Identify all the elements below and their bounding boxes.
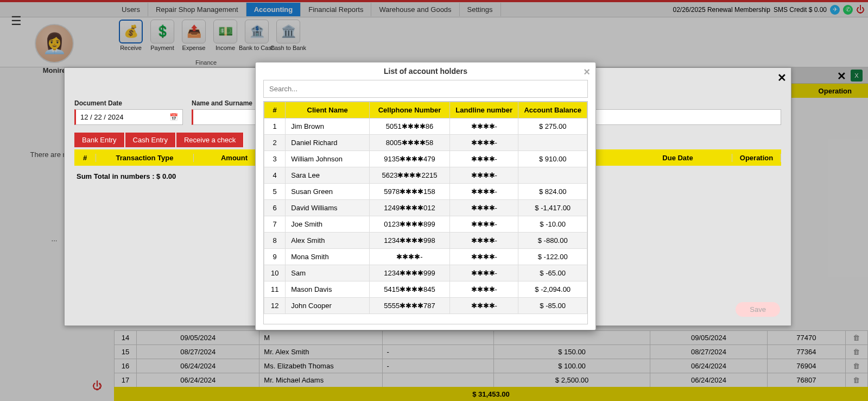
account-row[interactable]: 12John Cooper5555✱✱✱✱787✱✱✱✱-$ -85.00: [264, 298, 587, 314]
tool-expense[interactable]: 📤Expense: [178, 20, 210, 51]
account-holders-table: # Client Name Cellphone Number Landline …: [264, 102, 587, 314]
whatsapp-icon[interactable]: ✆: [843, 5, 853, 15]
cash to bank-icon: 🏛️: [276, 20, 300, 43]
bank to cash-icon: 🏦: [245, 20, 269, 43]
trash-icon[interactable]: 🗑: [853, 348, 860, 356]
power-icon[interactable]: ⏻: [92, 380, 102, 392]
doc-date-label: Document Date: [74, 99, 183, 107]
nav-tab-repair-shop-management[interactable]: Repair Shop Management: [148, 3, 246, 16]
col-name: Client Name: [286, 102, 370, 118]
username: Monire: [43, 66, 66, 74]
col-num: #: [264, 102, 286, 118]
excel-export-icon[interactable]: X: [851, 70, 863, 82]
account-row[interactable]: 8Alex Smith1234✱✱✱✱998✱✱✱✱-$ -880.00: [264, 233, 587, 249]
bg-row[interactable]: 1706/24/2024Mr. Michael Adams$ 2,500.000…: [115, 373, 868, 387]
receive-icon: 💰: [119, 20, 143, 43]
trash-icon[interactable]: 🗑: [853, 334, 860, 342]
account-row[interactable]: 11Mason Davis5415✱✱✱✱845✱✱✱✱-$ -2,094.00: [264, 281, 587, 298]
trash-icon[interactable]: 🗑: [853, 362, 860, 370]
col-land: Landline number: [450, 102, 518, 118]
entry-close-icon[interactable]: ✕: [777, 71, 787, 84]
toolbar-group-label: Finance: [195, 59, 217, 66]
account-row[interactable]: 5Susan Green5978✱✱✱✱158✱✱✱✱-$ 824.00: [264, 184, 587, 200]
payment-icon: 💲: [150, 20, 174, 43]
tool-payment[interactable]: 💲Payment: [147, 20, 178, 51]
account-row[interactable]: 4Sara Lee5623✱✱✱✱2215✱✱✱✱-: [264, 167, 587, 184]
account-row[interactable]: 10Sam1234✱✱✱✱999✱✱✱✱-$ -65.00: [264, 265, 587, 281]
search-input[interactable]: [263, 80, 588, 98]
account-row[interactable]: 3William Johnson9135✱✱✱✱479✱✱✱✱-$ 910.00: [264, 151, 587, 167]
expense-icon: 📤: [182, 20, 206, 43]
bg-operation-header: Operation: [819, 87, 852, 95]
nav-tab-accounting[interactable]: Accounting: [246, 3, 301, 16]
sms-credit: SMS Credit $ 0.00: [774, 6, 827, 14]
left-message2: ...: [46, 235, 63, 243]
cash-entry-button[interactable]: Cash Entry: [125, 133, 176, 147]
tool-receive[interactable]: 💰Receive: [115, 20, 147, 51]
nav-tab-users[interactable]: Users: [114, 3, 148, 16]
main-nav: UsersRepair Shop ManagementAccountingFin…: [0, 2, 868, 17]
income-icon: 💵: [213, 20, 237, 43]
nav-tab-warehouse-and-goods[interactable]: Warehouse and Goods: [371, 3, 459, 16]
tool-income[interactable]: 💵Income: [210, 20, 241, 51]
calendar-icon[interactable]: 📅: [169, 113, 178, 121]
receive-a-check-button[interactable]: Receive a check: [176, 133, 244, 147]
nav-tab-financial-reports[interactable]: Financial Reports: [301, 3, 371, 16]
col-cell: Cellphone Number: [370, 102, 450, 118]
bank-entry-button[interactable]: Bank Entry: [74, 133, 125, 147]
background-table: 1409/05/2024M09/05/202477470🗑1508/27/202…: [114, 330, 868, 387]
toolbar: 💰Receive💲Payment📤Expense💵Income🏦Bank to …: [0, 17, 868, 67]
save-button[interactable]: Save: [736, 302, 780, 317]
renewal-text: 02/26/2025 Renewal Membership: [673, 6, 770, 14]
avatar[interactable]: 👩‍💼: [35, 24, 74, 63]
account-row[interactable]: 1Jim Brown5051✱✱✱✱86✱✱✱✱-$ 275.00: [264, 118, 587, 135]
hamburger-icon[interactable]: ☰: [11, 14, 22, 28]
account-row[interactable]: 6David Williams1249✱✱✱✱012✱✱✱✱-$ -1,417.…: [264, 200, 587, 216]
doc-date-input[interactable]: 12 / 22 / 2024 📅: [74, 109, 183, 125]
trash-icon[interactable]: 🗑: [853, 376, 860, 384]
name-label: Name and Surname: [192, 99, 257, 107]
nav-tab-settings[interactable]: Settings: [460, 3, 501, 16]
col-bal: Account Balance: [518, 102, 587, 118]
name-input[interactable]: [192, 109, 257, 125]
tool-bank-to-cash[interactable]: 🏦Bank to Cash: [241, 20, 273, 51]
account-row[interactable]: 7Joe Smith0123✱✱✱✱899✱✱✱✱-$ -10.00: [264, 216, 587, 233]
modal-close-icon[interactable]: ×: [584, 66, 590, 78]
bg-row[interactable]: 1508/27/2024Mr. Alex Smith-$ 150.0008/27…: [115, 345, 868, 359]
account-row[interactable]: 2Daniel Richard8005✱✱✱✱58✱✱✱✱-: [264, 135, 587, 151]
account-holders-modal: List of account holders × # Client Name …: [255, 62, 596, 330]
modal-title: List of account holders: [384, 67, 467, 76]
bg-row[interactable]: 1606/24/2024Ms. Elizabeth Thomas-$ 100.0…: [115, 359, 868, 373]
bg-row[interactable]: 1409/05/2024M09/05/202477470🗑: [115, 331, 868, 345]
account-row[interactable]: 9Mona Smith✱✱✱✱-✱✱✱✱-$ -122.00: [264, 249, 587, 265]
background-sum: $ 31,453.00: [114, 387, 868, 401]
power-top-icon[interactable]: ⏻: [856, 5, 865, 15]
tool-cash-to-bank[interactable]: 🏛️Cash to Bank: [273, 20, 304, 51]
close-bg-icon[interactable]: ✕: [837, 70, 846, 83]
telegram-icon[interactable]: ✈: [830, 5, 840, 15]
